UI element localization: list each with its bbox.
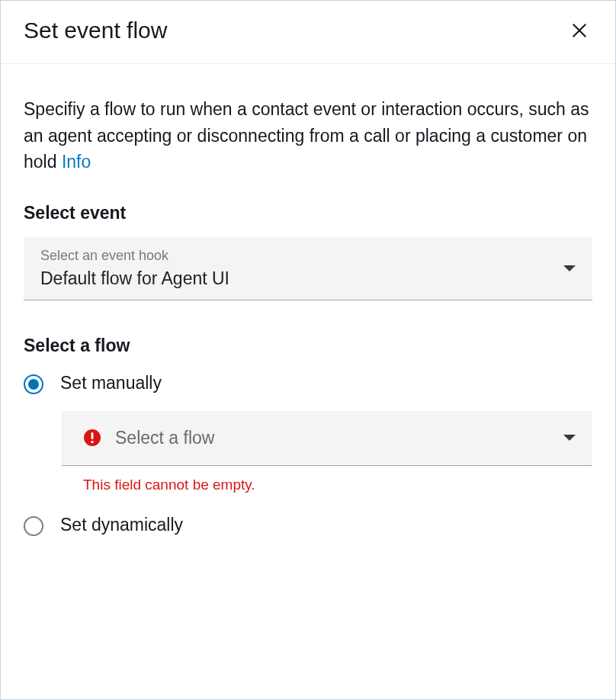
radio-option-dynamic: Set dynamically [24,513,592,536]
error-icon [83,429,101,447]
radio-dynamic[interactable] [24,516,43,536]
panel-description: Specifiy a flow to run when a contact ev… [24,96,592,175]
radio-manual-label: Set manually [60,371,162,393]
event-hook-mini-label: Select an event hook [40,248,553,264]
set-event-flow-panel: Set event flow Specifiy a flow to run wh… [0,0,616,700]
flow-dropdown[interactable]: Select a flow [62,411,592,466]
radio-dynamic-label: Set dynamically [60,513,183,535]
svg-rect-3 [91,432,94,439]
close-icon [571,22,588,39]
panel-body: Specifiy a flow to run when a contact ev… [1,64,615,576]
radio-manual[interactable] [24,374,43,394]
chevron-down-icon [563,265,576,271]
radio-selected-dot-icon [28,379,39,390]
event-hook-dropdown[interactable]: Select an event hook Default flow for Ag… [24,237,592,300]
manual-flow-nested: Select a flow This field cannot be empty… [62,411,592,493]
select-flow-label: Select a flow [24,336,592,356]
panel-title: Set event flow [24,18,167,43]
event-hook-value: Default flow for Agent UI [40,268,553,289]
close-button[interactable] [566,18,592,43]
flow-dropdown-error: This field cannot be empty. [83,477,592,493]
event-hook-dropdown-col: Select an event hook Default flow for Ag… [40,248,553,289]
description-text: Specifiy a flow to run when a contact ev… [24,99,589,172]
svg-point-4 [91,441,93,443]
flow-mode-radio-group: Set manually Select a flow This field ca… [24,371,592,536]
radio-option-manual: Set manually Select a flow This field ca… [24,371,592,493]
info-link[interactable]: Info [62,152,91,172]
chevron-down-icon [563,435,576,441]
panel-header: Set event flow [1,1,615,64]
flow-dropdown-placeholder: Select a flow [115,428,553,448]
select-event-label: Select event [24,203,592,223]
